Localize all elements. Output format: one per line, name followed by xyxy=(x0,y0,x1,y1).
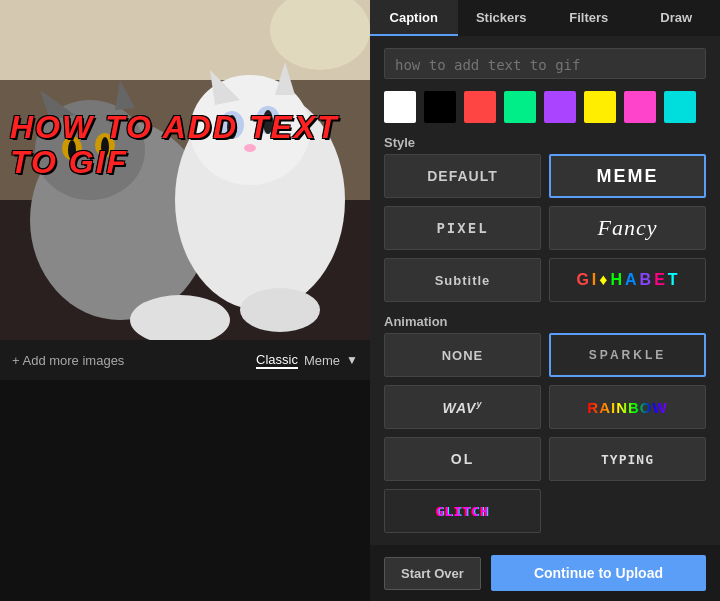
anim-typing-btn[interactable]: TYPING xyxy=(549,437,706,481)
style-default-btn[interactable]: DEFAULT xyxy=(384,154,541,198)
add-more-button[interactable]: + Add more images xyxy=(12,353,124,368)
panel-content: Style DEFAULT MEME PIXEL Fancy Subtitle … xyxy=(370,36,720,545)
color-purple[interactable] xyxy=(544,91,576,123)
alphabet-letters: G I ♦ H A B E T xyxy=(576,271,678,289)
left-panel: HOW TO ADD TEXT TO GIF + Add more images… xyxy=(0,0,370,601)
style-selector: Classic Meme ▼ xyxy=(256,352,358,369)
color-white[interactable] xyxy=(384,91,416,123)
color-cyan[interactable] xyxy=(664,91,696,123)
tab-draw[interactable]: Draw xyxy=(633,0,721,36)
color-picker-row xyxy=(384,91,706,123)
color-pink[interactable] xyxy=(624,91,656,123)
style-section-label: Style xyxy=(384,135,706,150)
animation-grid: NONE SPARKLE WAVy RAINBOW OL TYPING GLIT… xyxy=(384,333,706,533)
dropdown-arrow-icon[interactable]: ▼ xyxy=(346,353,358,367)
color-red[interactable] xyxy=(464,91,496,123)
anim-none-btn[interactable]: NONE xyxy=(384,333,541,377)
gif-preview: HOW TO ADD TEXT TO GIF xyxy=(0,0,370,340)
bottom-actions: Start Over Continue to Upload xyxy=(370,545,720,601)
color-green[interactable] xyxy=(504,91,536,123)
anim-wavy-btn[interactable]: WAVy xyxy=(384,385,541,429)
continue-button[interactable]: Continue to Upload xyxy=(491,555,706,591)
right-panel: Caption Stickers Filters Draw Style DEFA… xyxy=(370,0,720,601)
caption-input[interactable] xyxy=(384,48,706,79)
style-section: Style DEFAULT MEME PIXEL Fancy Subtitle … xyxy=(384,135,706,302)
tab-caption[interactable]: Caption xyxy=(370,0,458,36)
anim-sparkle-btn[interactable]: SPARKLE xyxy=(549,333,706,377)
tab-bar: Caption Stickers Filters Draw xyxy=(370,0,720,36)
style-pixel-btn[interactable]: PIXEL xyxy=(384,206,541,250)
color-yellow[interactable] xyxy=(584,91,616,123)
style-subtitle-btn[interactable]: Subtitle xyxy=(384,258,541,302)
anim-ol-btn[interactable]: OL xyxy=(384,437,541,481)
style-grid: DEFAULT MEME PIXEL Fancy Subtitle G I ♦ … xyxy=(384,154,706,302)
anim-rainbow-btn[interactable]: RAINBOW xyxy=(549,385,706,429)
rainbow-label: RAINBOW xyxy=(587,399,667,416)
classic-option[interactable]: Classic xyxy=(256,352,298,369)
tab-stickers[interactable]: Stickers xyxy=(458,0,546,36)
start-over-button[interactable]: Start Over xyxy=(384,557,481,590)
meme-option[interactable]: Meme xyxy=(304,353,340,368)
color-black[interactable] xyxy=(424,91,456,123)
svg-point-23 xyxy=(240,288,320,332)
anim-glitch-btn[interactable]: GLITCH xyxy=(384,489,541,533)
style-fancy-btn[interactable]: Fancy xyxy=(549,206,706,250)
gif-text-overlay: HOW TO ADD TEXT TO GIF xyxy=(10,110,370,180)
add-more-label: + Add more images xyxy=(12,353,124,368)
wavy-label: WAVy xyxy=(443,399,483,416)
tab-filters[interactable]: Filters xyxy=(545,0,633,36)
style-meme-btn[interactable]: MEME xyxy=(549,154,706,198)
animation-section: Animation NONE SPARKLE WAVy RAINBOW OL T… xyxy=(384,314,706,533)
bottom-bar: + Add more images Classic Meme ▼ xyxy=(0,340,370,380)
animation-section-label: Animation xyxy=(384,314,706,329)
style-alphabet-btn[interactable]: G I ♦ H A B E T xyxy=(549,258,706,302)
